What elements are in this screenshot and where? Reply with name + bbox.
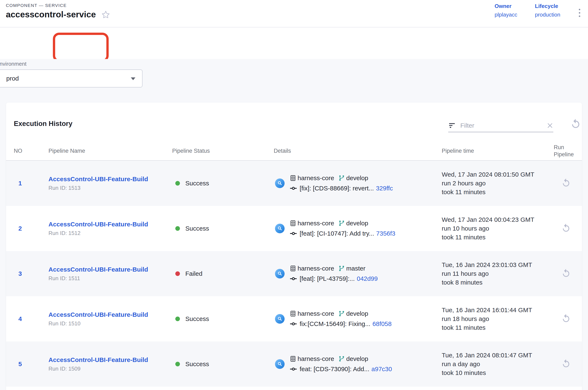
time-date: Tue, 16 Jan 2024 16:01:44 GMT	[442, 306, 554, 314]
repository-icon	[290, 355, 296, 362]
execution-history-card: Execution History NO Pipeline Name Pipel…	[6, 102, 582, 390]
git-branch-icon	[338, 310, 345, 317]
filter-input[interactable]	[460, 122, 547, 129]
table-row: 5 AccessControl-UBI-Feature-Build Run ID…	[6, 341, 582, 387]
repo-name: harness-core	[298, 175, 334, 182]
pipeline-name-link[interactable]: AccessControl-UBI-Feature-Build	[48, 266, 148, 273]
git-commit-icon	[290, 230, 297, 237]
refresh-icon[interactable]	[570, 118, 581, 129]
run-id: Run ID: 1510	[48, 320, 172, 327]
cicd-tab-content: nvironment prod Execution History NO Pip…	[0, 59, 588, 390]
pipeline-name-link[interactable]: AccessControl-UBI-Feature-Build	[48, 221, 148, 228]
kebab-menu-icon[interactable]	[578, 7, 582, 18]
run-id: Run ID: 1513	[48, 185, 172, 191]
time-date: Wed, 17 Jan 2024 08:01:50 GMT	[442, 170, 554, 179]
repo-name: harness-core	[298, 355, 334, 362]
col-run: Run Pipeline	[554, 144, 583, 158]
magnifier-icon	[277, 180, 283, 187]
row-number: 4	[14, 315, 48, 322]
time-ago: run 2 hours ago	[442, 179, 554, 188]
time-took: took 8 minutes	[442, 278, 554, 287]
time-took: took 11 minutes	[442, 233, 554, 242]
commit-sha-link[interactable]: 329ffc	[376, 185, 393, 192]
table-body: 1 AccessControl-UBI-Feature-Build Run ID…	[6, 161, 582, 387]
branch-name: develop	[346, 310, 368, 317]
owner-label: Owner	[495, 3, 517, 9]
run-id: Run ID: 1511	[48, 275, 172, 282]
entity-kind-label: COMPONENT — SERVICE	[6, 3, 67, 8]
repository-icon	[290, 310, 296, 317]
col-no: NO	[14, 147, 48, 154]
time-date: Tue, 16 Jan 2024 08:01:47 GMT	[442, 351, 554, 360]
owner-link[interactable]: plplayacc	[495, 11, 517, 18]
commit-sha-link[interactable]: a97c30	[372, 366, 392, 373]
pipeline-name-link[interactable]: AccessControl-UBI-Feature-Build	[48, 311, 148, 318]
status-text: Success	[185, 360, 209, 368]
favorite-star-icon[interactable]	[101, 10, 110, 19]
time-ago: run 18 hours ago	[442, 314, 554, 323]
repo-name: harness-core	[298, 220, 334, 227]
pipeline-name-link[interactable]: AccessControl-UBI-Feature-Build	[48, 356, 148, 363]
git-branch-icon	[338, 265, 345, 272]
run-id: Run ID: 1509	[48, 366, 172, 372]
repo-name: harness-core	[298, 310, 334, 317]
time-ago: run 11 hours ago	[442, 269, 554, 278]
col-details: Details	[274, 147, 442, 154]
run-pipeline-icon[interactable]	[561, 314, 571, 323]
execution-history-title: Execution History	[14, 120, 73, 128]
owner-block: Owner plplayacc	[495, 3, 517, 18]
pipeline-avatar	[275, 179, 285, 188]
status-text: Success	[185, 225, 209, 232]
commit-message: [fix]: [CDS-88669]: revert...	[300, 185, 374, 192]
entity-tabbar: Overview CI/CD Scorecard API Dependencie…	[0, 27, 588, 59]
git-commit-icon	[290, 365, 297, 373]
branch-name: master	[346, 265, 365, 272]
run-pipeline-icon[interactable]	[561, 178, 571, 188]
status-dot	[175, 226, 180, 231]
row-number: 3	[14, 270, 48, 277]
pipeline-avatar	[275, 224, 285, 233]
run-pipeline-icon[interactable]	[561, 223, 571, 233]
time-date: Wed, 17 Jan 2024 00:04:23 GMT	[442, 215, 554, 224]
table-row: 3 AccessControl-UBI-Feature-Build Run ID…	[6, 251, 582, 296]
table-row: 4 AccessControl-UBI-Feature-Build Run ID…	[6, 296, 582, 341]
repository-icon	[290, 175, 296, 181]
entity-header: COMPONENT — SERVICE accesscontrol-servic…	[0, 0, 588, 27]
filter-icon	[448, 122, 456, 129]
pipeline-avatar	[275, 269, 285, 279]
lifecycle-block: Lifecycle production	[535, 3, 560, 18]
environment-selected-value: prod	[6, 75, 19, 82]
magnifier-icon	[277, 361, 283, 367]
col-status: Pipeline Status	[172, 147, 274, 154]
time-took: took 10 minutes	[442, 368, 554, 377]
run-pipeline-icon[interactable]	[561, 359, 571, 368]
row-number: 5	[14, 360, 48, 368]
status-text: Success	[185, 315, 209, 322]
commit-message: fix:[CCM-15649]: Fixing...	[300, 320, 370, 327]
status-dot	[175, 271, 180, 276]
repo-name: harness-core	[298, 265, 334, 272]
table-row: 1 AccessControl-UBI-Feature-Build Run ID…	[6, 161, 582, 206]
git-branch-icon	[338, 220, 345, 227]
run-pipeline-icon[interactable]	[561, 268, 571, 278]
git-branch-icon	[338, 355, 345, 362]
time-date: Tue, 16 Jan 2024 23:01:03 GMT	[442, 260, 554, 269]
commit-sha-link[interactable]: 68f058	[372, 320, 392, 327]
row-number: 1	[14, 180, 48, 187]
page-title: accesscontrol-service	[6, 10, 96, 19]
clear-filter-icon[interactable]	[547, 122, 553, 129]
branch-name: develop	[346, 220, 368, 227]
git-commit-icon	[290, 275, 297, 283]
chevron-down-icon	[131, 77, 135, 80]
environment-select[interactable]: prod	[0, 69, 143, 88]
table-row: 2 AccessControl-UBI-Feature-Build Run ID…	[6, 206, 582, 251]
commit-sha-link[interactable]: 7356f3	[376, 230, 395, 237]
repository-icon	[290, 220, 296, 227]
commit-sha-link[interactable]: 042d99	[357, 275, 378, 282]
lifecycle-value: production	[535, 11, 560, 18]
commit-message: [feat]: [CI-10747]: Add try...	[300, 230, 374, 237]
pipeline-name-link[interactable]: AccessControl-UBI-Feature-Build	[48, 176, 148, 183]
time-ago: run a day ago	[442, 360, 554, 368]
branch-name: develop	[346, 355, 368, 362]
pipeline-avatar	[275, 359, 285, 369]
